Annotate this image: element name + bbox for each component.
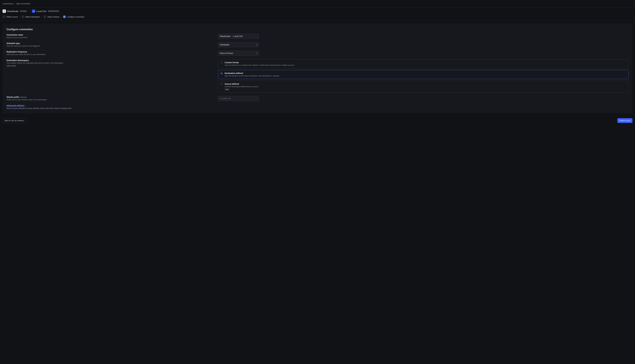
select-value: Every 24 hours	[220, 52, 233, 54]
field-replication-frequency: Replication frequency How often your dat…	[7, 51, 628, 56]
step-label: Configure connection	[67, 16, 84, 18]
option-desc: Sync all streams to a unique new schema.…	[225, 64, 626, 66]
step-label: Select streams	[48, 16, 60, 18]
breadcrumb: Connections / New connection	[0, 0, 635, 8]
field-desc: How often your data will sync to your de…	[7, 53, 215, 56]
step-select-streams[interactable]: 3 Select streams	[44, 16, 60, 18]
namespace-option-destination[interactable]: Destination-defined Sync all streams to …	[218, 70, 628, 79]
radio-icon	[220, 62, 223, 64]
field-label: Replication frequency	[7, 51, 215, 53]
option-desc: Sync all streams to the schema defined i…	[225, 75, 626, 77]
namespace-option-source[interactable]: Source-defined Use the schema(s) defined…	[218, 81, 628, 92]
step-number: 4	[63, 16, 66, 18]
chevron-right-icon: ›	[61, 16, 62, 18]
option-desc: Use the schema(s) defined by the source.	[225, 86, 626, 88]
stream-prefix-input[interactable]	[218, 96, 259, 101]
connection-header: PlanetScale CUSTOM → csv Local CSV MARKE…	[0, 8, 635, 14]
option-title: Destination-defined	[225, 72, 626, 74]
field-label: Schedule type	[7, 42, 215, 44]
learn-more-link[interactable]: Learn more	[7, 64, 16, 66]
replication-frequency-select[interactable]: Every 24 hours ▾	[218, 51, 259, 56]
option-title: Custom format	[225, 61, 626, 64]
dest-chip: csv Local CSV MARKETPLACE	[32, 10, 60, 13]
namespace-radio-group: Custom format Sync all streams to a uniq…	[218, 59, 628, 92]
field-schedule-type: Schedule type How you want your syncs to…	[7, 42, 628, 47]
stepper: 1 Define source › 2 Define destination ›…	[0, 14, 635, 21]
advanced-settings-row: Advanced settings › We've chosen default…	[7, 104, 628, 109]
field-destination-namespace: Destination Namespace The location where…	[7, 59, 628, 92]
advanced-settings-desc: We've chosen defaults for these settings…	[7, 107, 628, 109]
breadcrumb-root[interactable]: Connections	[3, 2, 14, 5]
chevron-right-icon: ›	[41, 16, 42, 18]
field-label: Stream prefix Optional	[7, 96, 215, 98]
field-connection-name: Connection name Name for your connection	[7, 34, 628, 39]
chevron-right-icon: ›	[25, 104, 25, 107]
panel-title: Configure connection	[7, 28, 628, 31]
field-label: Destination Namespace	[7, 59, 215, 62]
chevron-down-icon: ▾	[256, 52, 257, 54]
step-number: 3	[44, 16, 46, 18]
select-value: Scheduled	[220, 44, 229, 46]
field-desc: The location where the replicated data w…	[7, 62, 215, 67]
configure-panel: Configure connection Connection name Nam…	[3, 24, 632, 113]
step-number: 2	[21, 16, 24, 18]
finish-sync-button[interactable]: Finish & Sync	[617, 118, 632, 123]
breadcrumb-current: New connection	[16, 2, 31, 5]
field-label: Connection name	[7, 34, 215, 36]
field-desc: Name for your connection	[7, 36, 215, 39]
step-configure-connection[interactable]: 4 Configure connection	[63, 16, 84, 18]
optional-badge: Optional	[20, 96, 27, 98]
field-desc: Prefix text to each stream name in the d…	[7, 98, 215, 101]
connection-name-input[interactable]	[218, 34, 259, 39]
option-title: Source-defined	[225, 83, 626, 85]
step-label: Define destination	[25, 16, 40, 18]
chevron-right-icon: ›	[19, 16, 20, 18]
field-stream-prefix: Stream prefix Optional Prefix text to ea…	[7, 96, 628, 101]
source-tag: CUSTOM	[20, 10, 27, 12]
option-chip: chat	[225, 88, 229, 90]
source-name: PlanetScale	[7, 10, 18, 12]
source-icon	[3, 10, 6, 13]
breadcrumb-separator: /	[15, 2, 15, 5]
step-define-source[interactable]: 1 Define source	[3, 16, 18, 18]
dest-icon: csv	[32, 10, 35, 13]
field-desc: How you want your syncs to be triggered	[7, 45, 215, 47]
back-button[interactable]: Back to Set up schema	[3, 118, 26, 123]
namespace-option-custom[interactable]: Custom format Sync all streams to a uniq…	[218, 59, 628, 68]
footer: Back to Set up schema Finish & Sync	[0, 116, 635, 126]
schedule-type-select[interactable]: Scheduled ▾	[218, 42, 259, 47]
radio-icon	[220, 72, 223, 74]
arrow-right-icon: →	[29, 10, 31, 12]
step-number: 1	[3, 16, 5, 18]
step-label: Define source	[7, 16, 18, 18]
step-define-destination[interactable]: 2 Define destination	[21, 16, 40, 18]
dest-name: Local CSV	[37, 10, 47, 12]
advanced-settings-toggle[interactable]: Advanced settings ›	[7, 104, 25, 107]
chevron-down-icon: ▾	[256, 44, 257, 46]
radio-icon	[220, 83, 223, 85]
dest-tag: MARKETPLACE	[48, 10, 60, 12]
source-chip: PlanetScale CUSTOM	[3, 10, 27, 13]
